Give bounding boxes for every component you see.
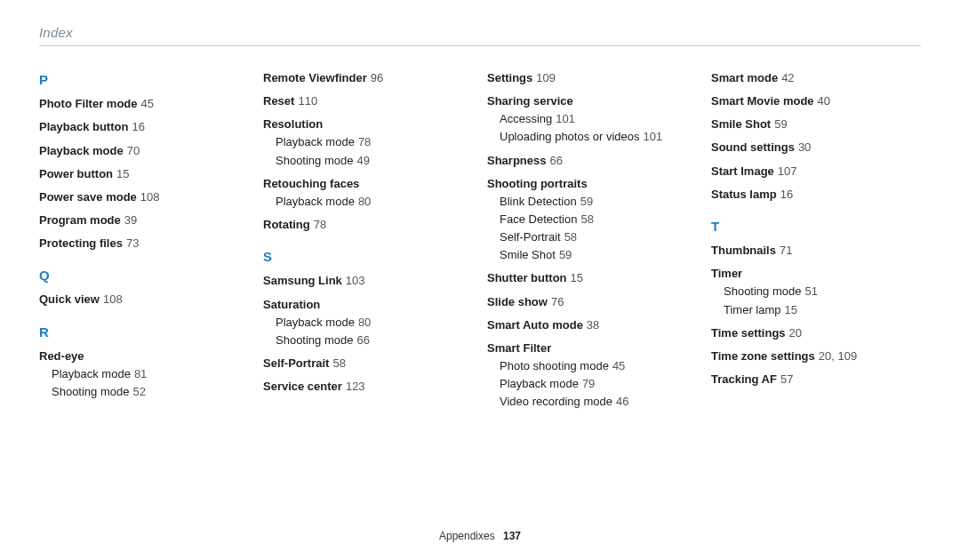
index-subentry-page: 58: [564, 230, 577, 244]
index-entry-page: 16: [132, 120, 144, 133]
index-subentry-label: Playback mode: [276, 316, 355, 329]
index-entry: Reset110: [263, 92, 473, 110]
index-subentry-label: Playback mode: [52, 367, 131, 380]
index-entry-page: 109: [536, 71, 556, 84]
index-entry-page: 71: [780, 244, 792, 257]
index-entry-page: 58: [332, 356, 345, 370]
index-page: Index PPhoto Filter mode45Playback butto…: [0, 0, 960, 560]
index-subentry: Accessing101: [500, 110, 697, 128]
index-subentry-label: Smile Shot: [500, 248, 556, 261]
index-subentry-page: 58: [580, 212, 593, 226]
index-subentry: Self-Portrait58: [500, 228, 697, 246]
index-subentry: Shooting mode66: [276, 332, 473, 349]
index-subentry-page: 59: [559, 248, 572, 261]
index-entry-title: Sharpness: [487, 154, 546, 167]
index-entry-page: 59: [774, 117, 787, 131]
index-entry-title: Red-eye: [39, 349, 84, 363]
index-entry-title: Smart mode: [711, 71, 778, 84]
index-subentry-page: 80: [358, 316, 371, 329]
index-subentry: Timer lamp15: [724, 301, 921, 319]
index-entry-page: 96: [371, 71, 383, 84]
index-entry: Remote Viewfinder96: [263, 69, 473, 87]
index-subentry: Face Detection58: [500, 211, 697, 228]
index-subentry: Shooting mode52: [52, 383, 249, 401]
index-entry: Retouching facesPlayback mode80: [263, 175, 473, 211]
index-subentry: Shooting mode49: [276, 152, 473, 170]
index-subentry-label: Photo shooting mode: [500, 359, 609, 372]
index-entry-title: Tracking AF: [711, 372, 777, 386]
index-subentry-page: 101: [556, 112, 575, 125]
index-entry-page: 38: [587, 318, 599, 332]
index-subentry: Playback mode80: [276, 314, 473, 332]
footer-page-number: 137: [503, 530, 521, 542]
index-column: Smart mode42Smart Movie mode40Smile Shot…: [711, 69, 921, 416]
index-entry-title: Time settings: [711, 326, 786, 340]
index-entry: Smart FilterPhoto shooting mode45Playbac…: [487, 340, 697, 412]
index-entry: Quick view108: [39, 291, 249, 308]
index-entry-page: 15: [571, 271, 583, 284]
index-entry-title: Remote Viewfinder: [263, 71, 367, 84]
index-subentry-label: Shooting mode: [724, 284, 801, 298]
index-entry-page: 20: [789, 326, 802, 340]
index-subentry-label: Shooting mode: [52, 385, 129, 398]
index-entry-title: Smart Auto mode: [487, 318, 583, 332]
index-subentry-page: 15: [785, 303, 797, 316]
index-subentry: Shooting mode51: [724, 283, 921, 300]
index-entry-page: 66: [549, 154, 562, 167]
index-entry-title: Playback button: [39, 120, 128, 133]
index-entry: Self-Portrait58: [263, 355, 473, 372]
index-entry-title: Power save mode: [39, 190, 137, 204]
index-entry: Time zone settings20, 109: [711, 348, 921, 365]
index-entry-page: 42: [781, 71, 794, 84]
index-entry: Shutter button15: [487, 269, 697, 287]
index-subentry-label: Self-Portrait: [500, 230, 561, 244]
index-entry: Smart Movie mode40: [711, 92, 921, 110]
index-subentry-label: Video recording mode: [500, 395, 612, 408]
index-entry-title: Service center: [263, 380, 342, 393]
index-entry-page: 57: [780, 372, 793, 386]
index-entry-page: 103: [346, 274, 365, 287]
index-entry-title: Saturation: [263, 298, 320, 311]
index-entry: Status lamp16: [711, 186, 921, 204]
index-entry-page: 107: [778, 164, 797, 178]
index-entry-title: Rotating: [263, 218, 310, 231]
index-columns: PPhoto Filter mode45Playback button16Pla…: [39, 69, 921, 416]
index-subentry-label: Blink Detection: [500, 195, 577, 208]
index-entry-title: Sharing service: [487, 94, 573, 108]
index-entry-page: 16: [780, 188, 793, 201]
index-subentry-label: Shooting mode: [276, 154, 353, 167]
index-entry-title: Thumbnails: [711, 244, 776, 257]
index-subentry-page: 66: [356, 333, 369, 347]
index-entry: Settings109: [487, 69, 697, 87]
index-entry-title: Start Image: [711, 164, 774, 178]
index-entry-page: 40: [818, 94, 830, 108]
index-entry-page: 78: [314, 218, 326, 231]
index-subentry: Uploading photos or videos101: [500, 128, 697, 146]
index-entry: Program mode39: [39, 212, 249, 229]
index-entry: Playback mode70: [39, 142, 249, 160]
index-subentry-label: Uploading photos or videos: [500, 130, 640, 143]
index-entry-title: Smart Movie mode: [711, 94, 814, 108]
index-entry-page: 108: [140, 190, 160, 204]
index-column: Remote Viewfinder96Reset110ResolutionPla…: [263, 69, 473, 416]
index-entry: Smart Auto mode38: [487, 316, 697, 334]
index-entry: Power save mode108: [39, 188, 249, 206]
section-letter: Q: [39, 265, 249, 285]
index-subentry-page: 45: [612, 359, 625, 372]
index-subentry-label: Playback mode: [500, 377, 579, 390]
index-subentry: Playback mode78: [276, 133, 473, 151]
index-entry: Samsung Link103: [263, 272, 473, 290]
index-entry: Tracking AF57: [711, 371, 921, 388]
index-entry-title: Settings: [487, 71, 532, 84]
section-letter: R: [39, 322, 249, 342]
index-subentry-page: 51: [804, 284, 817, 298]
index-entry-title: Timer: [711, 267, 742, 280]
index-entry-title: Playback mode: [39, 144, 124, 157]
index-entry-title: Status lamp: [711, 188, 777, 201]
index-entry-title: Resolution: [263, 117, 323, 131]
index-subentry-page: 46: [616, 395, 628, 408]
index-entry-title: Power button: [39, 167, 113, 180]
index-subentry-page: 78: [358, 135, 371, 148]
index-entry: Rotating78: [263, 216, 473, 234]
index-entry-title: Quick view: [39, 292, 100, 306]
